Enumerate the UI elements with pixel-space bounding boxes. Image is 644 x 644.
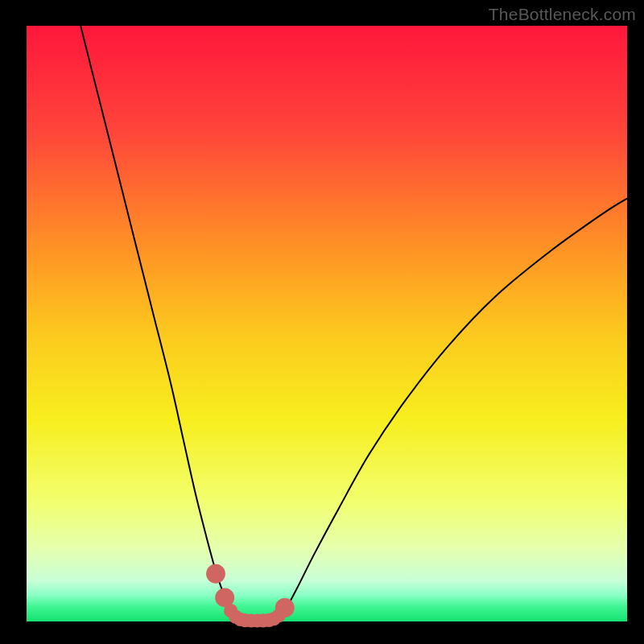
chart-svg [0,0,644,644]
plot-area [27,26,627,621]
chart-container: TheBottleneck.com [0,0,644,644]
sweet-spot-dot [275,598,295,617]
watermark-text: TheBottleneck.com [489,5,636,24]
sweet-spot-dot [206,564,225,584]
